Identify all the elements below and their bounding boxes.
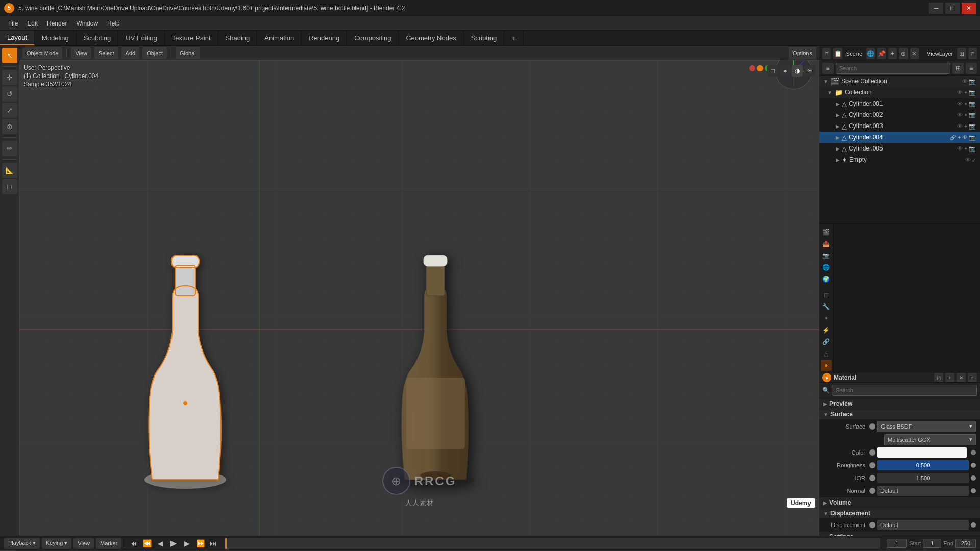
jump-start-button[interactable]: ⏮ [128,538,139,549]
viewport-global-button[interactable]: Global [176,47,200,59]
cy005-render-icon[interactable]: 📷 [969,145,976,152]
world-props-button[interactable]: 🌍 [821,273,832,285]
annotate-tool-button[interactable]: ✏ [2,141,17,156]
timeline-bar[interactable] [225,538,880,549]
tab-scripting[interactable]: Scripting [464,31,505,45]
maximize-button[interactable]: □ [945,3,960,14]
collection-vis-icon[interactable]: 👁 [957,89,963,95]
scene-props-button[interactable]: 🌐 [821,262,832,273]
cy001-vis-icon[interactable]: 👁 [957,101,963,107]
outliner-type-icon[interactable]: ≡ [822,63,834,74]
cylinder005-item[interactable]: ▶ △ Cylinder.005 👁 ✦ 📷 [819,143,980,154]
viewport-options-button[interactable]: Options [789,47,816,59]
cy004-vis-icon[interactable]: 👁 [962,134,968,140]
view-layer-button[interactable]: 📷 [821,250,832,261]
tab-rendering[interactable]: Rendering [302,31,347,45]
play-button[interactable]: ▶ [168,538,179,549]
tab-modeling[interactable]: Modeling [35,31,77,45]
menu-window[interactable]: Window [72,18,102,29]
properties-search-input[interactable] [832,385,977,396]
scene-collection-item[interactable]: ▼ 🎬 Scene Collection 👁 📷 [819,76,980,87]
outliner-filter-icon[interactable]: ⊞ [952,63,964,74]
transform-tool-button[interactable]: ⊕ [2,119,17,134]
material-browse-button[interactable]: ◻ [934,373,943,382]
ior-value[interactable]: 1.500 [877,473,969,483]
constraints-button[interactable]: 🔗 [821,336,832,347]
output-props-button[interactable]: 📤 [821,238,832,249]
empty-sel-icon[interactable]: ↙ [972,157,976,163]
material-delete-button[interactable]: ✕ [957,373,966,382]
marker-button[interactable]: Marker [96,538,121,549]
cy005-sel-icon[interactable]: ✦ [964,146,968,152]
cy002-vis-icon[interactable]: 👁 [957,112,963,118]
outliner-search-input[interactable] [836,63,950,74]
viewport[interactable]: Object Mode View Select Add Object Globa… [19,46,819,536]
cy004-render-icon[interactable]: 📷 [969,134,976,141]
start-frame-input[interactable] [923,539,941,548]
cylinder003-item[interactable]: ▶ △ Cylinder.003 👁 ✦ 📷 [819,120,980,132]
cy002-render-icon[interactable]: 📷 [969,112,976,118]
outliner-icon[interactable]: 📋 [833,48,842,59]
tab-add[interactable]: + [504,31,523,45]
end-frame-input[interactable] [955,539,976,548]
cy003-vis-icon[interactable]: 👁 [957,123,963,129]
measure-tool-button[interactable]: 📐 [2,163,17,178]
material-filter-button[interactable]: ≡ [968,373,977,382]
cy003-render-icon[interactable]: 📷 [969,123,976,130]
cylinder002-item[interactable]: ▶ △ Cylinder.002 👁 ✦ 📷 [819,109,980,120]
scene-collection-render-icon[interactable]: 📷 [969,78,976,85]
cylinder004-item[interactable]: ▶ △ Cylinder.004 🔗 ✦ 👁 📷 [819,132,980,143]
viewport-select-button[interactable]: Select [94,47,118,59]
next-keyframe-button[interactable]: ⏩ [194,538,206,549]
roughness-value[interactable]: 0.500 [877,460,969,470]
cy004-sel-icon[interactable]: ✦ [957,135,961,140]
surface-section-header[interactable]: ▼ Surface [819,409,980,420]
menu-help[interactable]: Help [103,18,124,29]
color-swatch[interactable] [877,447,967,458]
tab-sculpting[interactable]: Sculpting [77,31,118,45]
data-props-button[interactable]: △ [821,348,832,359]
particles-button[interactable]: ✦ [821,313,832,324]
viewport-object-button[interactable]: Object [142,47,167,59]
rendered-btn[interactable]: ☀ [804,65,815,77]
displacement-value[interactable]: Default [877,520,969,530]
scene-pin-icon[interactable]: 📌 [877,48,886,59]
tab-texture-paint[interactable]: Texture Paint [165,31,218,45]
close-button[interactable]: ✕ [962,3,976,14]
physics-button[interactable]: ⚡ [821,324,832,336]
rotate-tool-button[interactable]: ↺ [2,86,17,102]
object-props-button[interactable]: ◻ [821,289,832,300]
wireframe-btn[interactable]: ◻ [767,65,778,77]
cy001-sel-icon[interactable]: ✦ [964,101,968,107]
collection-render-icon[interactable]: 📷 [969,89,976,96]
empty-item[interactable]: ▶ ✦ Empty 👁 ↙ [819,154,980,165]
prev-keyframe-button[interactable]: ⏪ [141,538,153,549]
move-tool-button[interactable]: ✛ [2,70,17,85]
filter-icon[interactable]: ⊞ [957,48,966,59]
menu-render[interactable]: Render [43,18,71,29]
viewport-view-button[interactable]: View [71,47,91,59]
material-props-button[interactable]: ● [821,360,832,371]
viewport-mode-button[interactable]: Object Mode [22,47,62,59]
solid-btn[interactable]: ● [779,65,791,77]
scene-icon[interactable]: 🌐 [866,48,875,59]
viewport-add-button[interactable]: Add [121,47,140,59]
volume-section-header[interactable]: ▶ Volume [819,497,980,508]
scene-new-icon[interactable]: + [888,48,897,59]
cy001-render-icon[interactable]: 📷 [969,101,976,107]
playback-dropdown-button[interactable]: Playback ▾ [4,538,40,549]
step-back-button[interactable]: ◀ [155,538,166,549]
editor-type-icon[interactable]: ≡ [822,48,831,59]
collection-sel-icon[interactable]: ✦ [964,90,968,95]
cylinder001-item[interactable]: ▶ △ Cylinder.001 👁 ✦ 📷 [819,98,980,109]
tab-compositing[interactable]: Compositing [347,31,399,45]
add-cube-tool-button[interactable]: □ [2,179,17,194]
jump-end-button[interactable]: ⏭ [208,538,219,549]
settings-section-header[interactable]: ▶ Settings [819,532,980,536]
scene-copy-icon[interactable]: ⊕ [899,48,908,59]
cy004-link-icon[interactable]: 🔗 [950,135,956,140]
surface-type-dropdown[interactable]: Glass BSDF ▾ [877,421,976,432]
minimize-button[interactable]: ─ [929,3,943,14]
current-frame-input[interactable] [887,539,907,548]
tab-geometry-nodes[interactable]: Geometry Nodes [399,31,463,45]
